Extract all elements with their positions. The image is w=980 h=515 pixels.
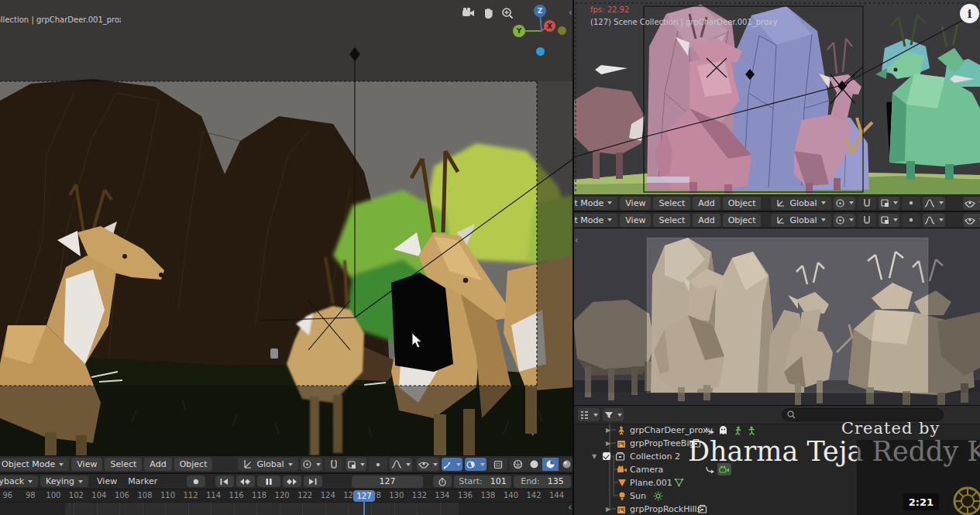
pan-hand-icon[interactable] (483, 7, 494, 19)
gizmo-minus-z-axis[interactable] (536, 47, 545, 56)
proportional-falloff-dropdown[interactable] (923, 214, 945, 227)
menu-button[interactable]: Add (144, 458, 171, 471)
disclosure-triangle-icon[interactable]: ▶ (606, 427, 610, 434)
editor-divider-vertical[interactable] (573, 0, 574, 515)
timeline-ruler[interactable]: 9698100102104106108110112114116118120122… (0, 489, 573, 515)
orientation-dropdown[interactable]: Global (771, 214, 830, 227)
xray-toggle[interactable] (489, 458, 507, 471)
snap-settings-dropdown[interactable] (346, 458, 366, 471)
timeline-track-area[interactable] (0, 502, 573, 515)
pivot-point-dropdown[interactable] (834, 197, 855, 210)
visibility-dropdown[interactable] (963, 214, 980, 227)
viewport-3d-main[interactable]: (127) Scene Collection | grpCharDeer.001… (0, 0, 573, 455)
playback-dropdown[interactable]: Playback (0, 476, 38, 487)
frame-tick: 112 (179, 491, 202, 500)
visibility-dropdown[interactable] (417, 458, 439, 471)
shading-solid-button[interactable] (526, 458, 542, 471)
next-keyframe-button[interactable] (283, 476, 301, 487)
proportional-falloff-dropdown[interactable] (923, 197, 945, 210)
editor-divider-horizontal[interactable] (573, 228, 980, 228)
chevron-down-icon (821, 218, 826, 221)
collection-data-icon[interactable] (697, 504, 707, 514)
snap-settings-dropdown[interactable] (879, 214, 899, 227)
snap-settings-dropdown[interactable] (879, 197, 899, 210)
gizmo-y-axis[interactable]: Y (513, 25, 525, 37)
proportional-edit-toggle[interactable] (369, 458, 387, 471)
current-frame-field[interactable]: 127 (352, 476, 423, 488)
proportional-edit-toggle[interactable] (902, 214, 920, 227)
shading-wireframe-button[interactable] (510, 458, 526, 471)
disclosure-triangle-icon[interactable]: ▶ (606, 506, 610, 513)
visibility-dropdown[interactable] (963, 197, 980, 210)
editor-type-dropdown[interactable] (578, 408, 600, 421)
orientation-dropdown[interactable]: Global (238, 458, 297, 471)
start-frame-field[interactable]: Start:101 (454, 476, 511, 488)
chevron-down-icon (893, 218, 898, 221)
snap-toggle[interactable] (858, 197, 876, 210)
axis-gizmo[interactable]: Z Y X (511, 5, 572, 59)
disclosure-triangle-icon[interactable]: ▼ (592, 453, 597, 460)
region-corner-arrow[interactable]: ‹ (575, 235, 579, 245)
mode-dropdown[interactable]: Object Mode (573, 197, 617, 210)
region-corner-arrow[interactable]: ‹ (568, 502, 572, 513)
pivot-point-dropdown[interactable] (834, 214, 855, 227)
collection-checkbox[interactable] (603, 452, 610, 460)
disclosure-triangle-icon[interactable]: ▶ (606, 440, 610, 447)
shading-material-button[interactable] (542, 458, 559, 471)
snap-toggle[interactable] (858, 214, 876, 227)
proportional-edit-toggle[interactable] (902, 197, 920, 210)
chevron-down-icon (456, 463, 461, 466)
menu-button[interactable]: View (620, 197, 651, 210)
jump-to-start-button[interactable] (215, 476, 234, 487)
menu-button[interactable]: Add (693, 214, 720, 227)
jump-to-end-button[interactable] (304, 476, 322, 487)
sun-data-icon[interactable] (653, 491, 663, 501)
menu-button[interactable]: View (71, 458, 102, 471)
gizmo-z-axis[interactable]: Z (534, 5, 546, 17)
mode-dropdown[interactable]: Object Mode (573, 214, 617, 227)
ghost-proxy-icon[interactable] (719, 425, 727, 435)
menu-button[interactable]: Object (723, 197, 762, 210)
viewport-3d-top-right[interactable]: fps: 22.92 (127) Scene Collection | grpC… (573, 0, 980, 194)
menu-button[interactable]: Object (174, 458, 213, 471)
proportional-falloff-dropdown[interactable] (390, 458, 412, 471)
pose-mode-icon[interactable] (747, 426, 756, 435)
library-link-icon[interactable] (705, 426, 715, 435)
filter-dropdown[interactable] (603, 408, 624, 421)
playhead-badge[interactable]: 127 (353, 490, 375, 502)
viewport-3d-top-right-scene (573, 0, 980, 194)
camera-view-icon[interactable] (462, 7, 476, 19)
orientation-icon (776, 215, 786, 225)
menu-button[interactable]: View (97, 476, 117, 486)
gizmo-x-axis[interactable]: X (544, 20, 555, 32)
mode-dropdown[interactable]: Object Mode (0, 458, 69, 471)
header-menus: ViewSelectAddObject (620, 214, 761, 227)
armature-object-icon (617, 426, 626, 435)
prev-keyframe-button[interactable] (236, 476, 255, 487)
mesh-data-icon[interactable] (674, 478, 684, 487)
menu-button[interactable]: Marker (128, 476, 157, 486)
pause-button[interactable] (257, 476, 280, 487)
keying-dropdown[interactable]: Keying (40, 476, 88, 487)
menu-button[interactable]: Select (653, 214, 690, 227)
use-preview-range-button[interactable] (433, 476, 452, 487)
menu-button[interactable]: Add (693, 197, 720, 210)
pivot-point-dropdown[interactable] (301, 458, 322, 471)
gizmo-minus-x-axis[interactable] (558, 26, 566, 35)
pose-mode-icon[interactable] (734, 426, 743, 435)
menu-button[interactable]: Select (105, 458, 142, 471)
gizmos-toggle-dropdown[interactable] (442, 458, 462, 471)
video-info-button[interactable]: i (960, 4, 979, 23)
menu-button[interactable]: Select (653, 197, 690, 210)
viewport-3d-bottom-right[interactable]: ‹ (573, 228, 980, 405)
playhead-line[interactable] (363, 500, 365, 515)
auto-keying-button[interactable] (187, 476, 205, 487)
menu-button[interactable]: Object (723, 214, 762, 227)
end-frame-field[interactable]: End:135 (514, 476, 571, 488)
menu-button[interactable]: View (620, 214, 651, 227)
shading-rendered-button[interactable] (559, 458, 573, 471)
snap-toggle[interactable] (325, 458, 343, 471)
overlays-toggle-dropdown[interactable] (465, 458, 487, 471)
chevron-down-icon (849, 218, 854, 221)
orientation-dropdown[interactable]: Global (771, 197, 830, 210)
